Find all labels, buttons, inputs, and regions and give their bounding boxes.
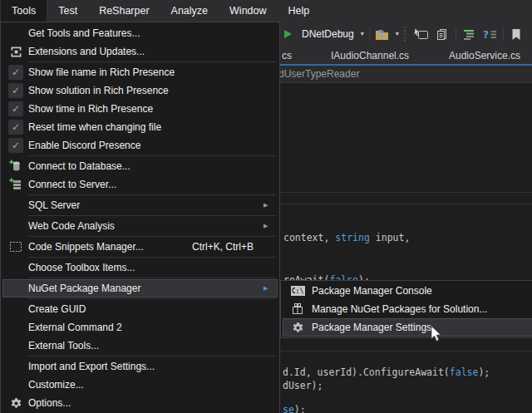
menubar-item-window[interactable]: Window	[219, 0, 277, 22]
menu-item-label: Code Snippets Manager...	[28, 241, 192, 253]
check-icon-col: ✓	[3, 138, 28, 153]
menu-item-label: Web Code Analysis	[28, 220, 264, 232]
dropdown-arrow-icon[interactable]: ▾	[361, 31, 364, 37]
menu-item-web-code-analysis[interactable]: Web Code Analysis▶	[2, 217, 278, 235]
code-token: );	[478, 366, 490, 378]
editor-divider	[280, 204, 532, 204]
menu-item-connect-to-server[interactable]: Connect to Server...	[2, 175, 278, 194]
menubar-item-tools[interactable]: Tools	[0, 0, 47, 22]
submenu-arrow-icon: ▶	[264, 285, 277, 292]
check-icon: ✓	[8, 83, 23, 98]
menu-item-nuget-package-manager[interactable]: NuGet Package Manager▶	[2, 279, 278, 297]
menu-item-label: Connect to Database...	[28, 160, 264, 172]
menu-item-package-manager-settings[interactable]: Package Manager Settings	[283, 318, 532, 337]
menu-item-choose-toolbox-items[interactable]: Choose Toolbox Items...	[2, 258, 278, 277]
comment-question-icon[interactable]: ?	[482, 27, 498, 42]
menu-item-options[interactable]: Options...	[2, 394, 278, 412]
toolbar-separator	[503, 27, 504, 41]
dropdown-arrow-icon[interactable]: ▾	[396, 31, 399, 37]
menu-item-label: Show solution in Rich Presence	[28, 85, 264, 96]
check-icon-col: ✓	[3, 83, 28, 98]
code-token: false	[450, 366, 479, 378]
code-token: se	[283, 404, 294, 413]
menu-item-label: Package Manager Settings	[312, 322, 521, 333]
menu-item-show-solution-in-rich-presence[interactable]: ✓Show solution in Rich Presence	[2, 81, 278, 100]
tab-cs[interactable]: cs	[282, 47, 292, 64]
copy-code-icon[interactable]	[435, 27, 451, 42]
menu-item-show-time-in-rich-presence[interactable]: ✓Show time in Rich Presence	[2, 100, 278, 118]
menu-item-external-command-2[interactable]: External Command 2	[2, 318, 278, 337]
menu-icon-col	[3, 241, 28, 253]
toolbar-separator	[456, 27, 456, 41]
menu-item-label: NuGet Package Manager	[28, 283, 264, 294]
code-line: se);	[283, 404, 306, 413]
package-icon	[291, 302, 304, 316]
console-icon: C:\	[291, 286, 305, 296]
menu-item-sql-server[interactable]: SQL Server▶	[2, 196, 278, 214]
menu-item-connect-to-database[interactable]: Connect to Database...	[2, 157, 278, 175]
menu-item-label: Enable Discord Presence	[28, 140, 264, 151]
code-line: d.Id, userId).ConfigureAwait(false);	[283, 366, 490, 378]
tab-audioservice-cs[interactable]: AudioService.cs	[449, 47, 520, 64]
menu-item-create-guid[interactable]: Create GUID	[2, 300, 278, 318]
code-token: string	[335, 232, 370, 243]
grip-dots	[404, 27, 409, 42]
code-token: d.Id, userId).ConfigureAwait(	[283, 366, 450, 378]
menu-item-label: External Tools...	[28, 340, 264, 352]
server-icon	[9, 178, 22, 191]
gear-icon	[10, 397, 22, 410]
indent-lines-icon[interactable]	[461, 27, 477, 42]
check-icon: ✓	[8, 138, 23, 153]
menu-icon-col	[3, 397, 28, 410]
menu-item-customize[interactable]: Customize...	[2, 376, 278, 394]
play-icon[interactable]	[279, 27, 295, 42]
menu-item-label: Options...	[28, 397, 264, 409]
menu-item-label: External Command 2	[28, 322, 264, 333]
find-in-files-icon[interactable]	[375, 27, 391, 42]
menubar-item-help[interactable]: Help	[278, 0, 321, 22]
menu-item-enable-discord-presence[interactable]: ✓Enable Discord Presence	[2, 136, 278, 155]
menu-icon-col	[3, 178, 28, 191]
tab-iaudiochannel-cs[interactable]: IAudioChannel.cs	[331, 47, 409, 64]
submenu-arrow-icon: ▶	[264, 202, 277, 209]
nuget-submenu: C:\Package Manager ConsoleManage NuGet P…	[280, 280, 532, 338]
menu-item-label: Reset time when changing file	[28, 121, 264, 133]
menu-item-package-manager-console[interactable]: C:\Package Manager Console	[283, 282, 532, 300]
menubar-item-analyze[interactable]: Analyze	[160, 0, 219, 22]
check-icon-col: ✓	[3, 101, 28, 116]
toolbar-separator	[369, 27, 370, 41]
editor-divider	[280, 351, 532, 352]
menu-item-label: Extensions and Updates...	[28, 46, 264, 57]
svg-text:?: ?	[483, 29, 489, 41]
menu-item-label: Package Manager Console	[312, 285, 521, 297]
menu-item-external-tools[interactable]: External Tools...	[2, 337, 278, 355]
menu-item-code-snippets-manager[interactable]: Code Snippets Manager...Ctrl+K, Ctrl+B	[2, 238, 278, 256]
menu-item-shortcut: Ctrl+K, Ctrl+B	[192, 241, 254, 253]
code-line: context, string input,	[283, 232, 410, 243]
check-icon: ✓	[8, 65, 23, 80]
menu-item-get-tools-and-features[interactable]: Get Tools and Features...	[2, 24, 278, 42]
menu-item-import-and-export-settings[interactable]: Import and Export Settings...	[2, 357, 278, 376]
copy-code-icon	[436, 28, 449, 41]
menu-item-label: Create GUID	[28, 303, 264, 315]
run-config-label[interactable]: DNetDebug	[300, 28, 356, 40]
find-in-files-icon	[375, 28, 390, 41]
menubar-item-test[interactable]: Test	[47, 0, 88, 22]
menu-item-label: Choose Toolbox Items...	[28, 262, 264, 273]
menu-icon-col	[283, 322, 312, 334]
menubar-item-resharper[interactable]: ReSharper	[88, 0, 160, 22]
editor-divider	[280, 192, 532, 193]
menu-item-show-file-name-in-rich-presence[interactable]: ✓Show file name in Rich Presence	[2, 63, 278, 81]
extensions-icon	[10, 46, 22, 58]
database-icon	[9, 160, 22, 173]
navigate-to-icon[interactable]	[414, 27, 430, 42]
menu-item-extensions-and-updates[interactable]: Extensions and Updates...	[2, 42, 278, 61]
menu-item-label: Manage NuGet Packages for Solution...	[312, 303, 521, 315]
menu-item-manage-nuget-packages-for-solution[interactable]: Manage NuGet Packages for Solution...	[283, 300, 532, 318]
code-token: dUser);	[283, 380, 323, 391]
menu-icon-col	[283, 302, 312, 316]
menu-item-reset-time-when-changing-file[interactable]: ✓Reset time when changing file	[2, 118, 278, 136]
menu-icon-col: C:\	[283, 286, 312, 296]
breadcrumb-text: dUserTypeReader	[278, 68, 359, 80]
bookmark-icon[interactable]	[509, 27, 525, 42]
